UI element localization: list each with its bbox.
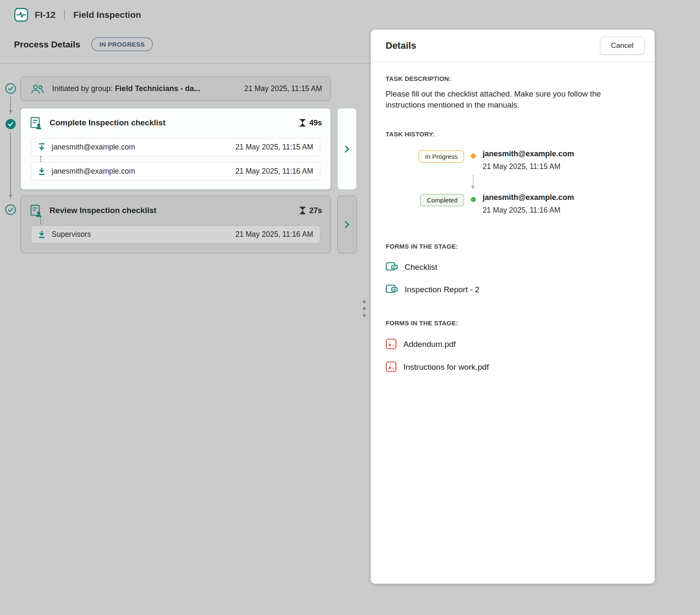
task-duration: 27s	[300, 206, 322, 215]
history-badge-col: Completed	[386, 193, 464, 206]
step-complete-icon	[5, 204, 16, 215]
entry-timestamp: 21 May 2025, 11:15 AM	[235, 143, 313, 152]
status-dot-green	[471, 197, 476, 202]
download-icon	[38, 230, 45, 238]
entry-user: Supervisors	[52, 230, 91, 239]
page-title: Process Details	[14, 39, 80, 50]
expand-task-button[interactable]	[337, 108, 357, 190]
process-name: Field Inspection	[73, 10, 141, 20]
history-timestamp: 21 May 2025, 11:16 AM	[483, 206, 574, 215]
task-card-complete-inspection[interactable]: Complete Inspection checklist 49s	[20, 108, 331, 190]
app-header: FI-12 Field Inspection	[0, 0, 700, 30]
status-dot-amber	[471, 153, 476, 158]
timeline-connector	[10, 132, 11, 199]
forms-section-label: FORMS IN THE STAGE:	[386, 243, 638, 250]
details-panel-body: TASK DESCRIPTION: Please fill out the ch…	[371, 62, 655, 372]
task-description-label: TASK DESCRIPTION:	[386, 75, 638, 82]
history-user-email: janesmith@example.com	[483, 150, 574, 158]
history-user-email: janesmith@example.com	[483, 193, 574, 202]
panel-resize-handle[interactable]	[363, 300, 366, 317]
step-initiated-card: Initiated by group: Field Technicians - …	[20, 77, 331, 101]
group-people-icon	[30, 83, 44, 94]
form-item-label: Inspection Report - 2	[405, 285, 479, 294]
process-id: FI-12	[35, 10, 56, 20]
task-card-header: Review Inspection checklist 27s	[30, 201, 322, 220]
task-history-label: TASK HISTORY:	[386, 130, 638, 138]
task-entry-row: Supervisors 21 May 2025, 11:16 AM	[31, 225, 320, 244]
task-title: Complete Inspection checklist	[50, 118, 165, 127]
step-complete-icon	[5, 119, 16, 130]
task-title: Review Inspection checklist	[50, 206, 156, 215]
hourglass-icon	[300, 207, 306, 214]
task-description-text: Please fill out the checklist attached. …	[386, 89, 638, 111]
checklist-person-icon	[30, 116, 42, 130]
task-entry-row: janesmith@example.com 21 May 2025, 11:16…	[31, 162, 320, 180]
entry-user: janesmith@example.com	[52, 143, 135, 152]
entry-dotted-connector	[40, 156, 41, 163]
pdf-icon	[386, 361, 397, 372]
chevron-right-icon	[344, 221, 350, 228]
details-panel-header: Details Cancel	[371, 30, 655, 62]
timeline-connector	[10, 97, 11, 114]
history-connector-arrow	[473, 175, 473, 189]
file-item-label: Addendum.pdf	[403, 340, 456, 349]
status-badge: IN PROGRESS	[91, 37, 153, 51]
section-divider	[0, 63, 371, 64]
details-panel: Details Cancel TASK DESCRIPTION: Please …	[371, 30, 655, 584]
in-progress-badge: In Progress	[419, 150, 464, 163]
history-entry: Completed janesmith@example.com 21 May 2…	[386, 193, 638, 215]
arrow-down-from-line-icon	[38, 143, 45, 151]
form-item-checklist[interactable]: Checklist	[386, 262, 638, 272]
initiator-group-name: Field Technicians - da...	[115, 84, 200, 93]
files-section-label: FORMS IN THE STAGE:	[386, 319, 638, 327]
form-window-icon	[386, 262, 398, 272]
initiated-timestamp: 21 May 2025, 11:15 AM	[244, 84, 322, 93]
form-item-label: Checklist	[405, 263, 437, 272]
entry-dotted-connector	[40, 216, 41, 224]
chevron-right-icon	[344, 145, 350, 153]
header-divider	[64, 10, 65, 20]
step-complete-icon	[5, 83, 16, 94]
task-card-header: Complete Inspection checklist 49s	[30, 114, 322, 132]
form-window-icon	[386, 284, 398, 295]
history-entry-text: janesmith@example.com 21 May 2025, 11:15…	[483, 150, 574, 171]
download-icon	[38, 167, 45, 175]
process-details-header: Process Details IN PROGRESS	[14, 37, 153, 51]
file-item-instructions[interactable]: Instructions for work.pdf	[386, 361, 638, 372]
completed-badge: Completed	[420, 194, 464, 206]
app-logo-pulse-icon	[14, 8, 28, 22]
task-duration: 49s	[300, 119, 322, 127]
history-entry-text: janesmith@example.com 21 May 2025, 11:16…	[483, 193, 574, 215]
history-timestamp: 21 May 2025, 11:15 AM	[483, 162, 574, 171]
hourglass-icon	[300, 119, 306, 127]
checklist-person-icon	[30, 204, 42, 217]
form-item-inspection-report[interactable]: Inspection Report - 2	[386, 284, 638, 295]
initiated-label: Initiated by group: Field Technicians - …	[52, 84, 200, 93]
expand-task-button[interactable]	[337, 196, 357, 253]
task-card-review-inspection[interactable]: Review Inspection checklist 27s	[20, 196, 331, 253]
history-entry: In Progress janesmith@example.com 21 May…	[386, 150, 638, 171]
pdf-icon	[386, 338, 397, 349]
details-title: Details	[386, 40, 416, 51]
file-item-addendum[interactable]: Addendum.pdf	[386, 338, 638, 349]
entry-timestamp: 21 May 2025, 11:16 AM	[235, 167, 313, 176]
screen: FI-12 Field Inspection Process Details I…	[0, 0, 700, 615]
file-item-label: Instructions for work.pdf	[403, 363, 489, 372]
task-entry-row: janesmith@example.com 21 May 2025, 11:15…	[31, 138, 320, 156]
entry-timestamp: 21 May 2025, 11:16 AM	[235, 230, 313, 239]
entry-user: janesmith@example.com	[52, 167, 135, 176]
cancel-button[interactable]: Cancel	[600, 37, 644, 55]
history-badge-col: In Progress	[386, 150, 464, 163]
